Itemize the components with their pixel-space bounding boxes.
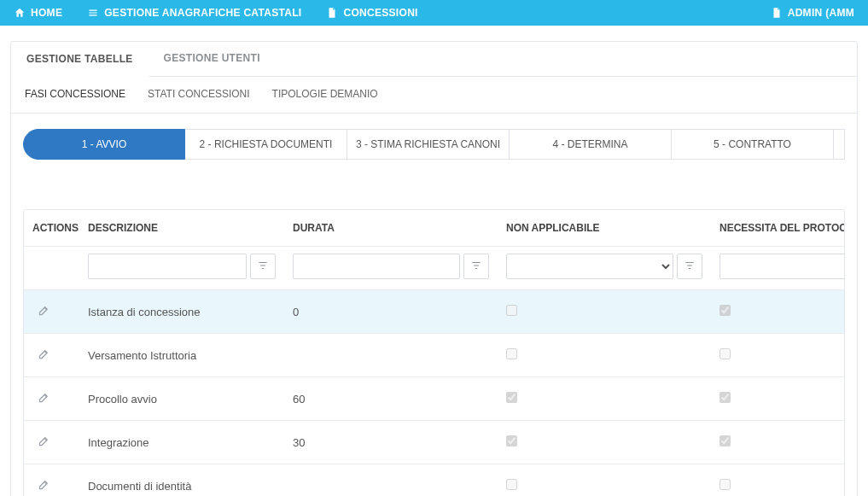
tab-label: GESTIONE UTENTI — [164, 52, 260, 64]
col-descrizione[interactable]: DESCRIZIONE — [79, 210, 284, 247]
phase-label: 1 - AVVIO — [82, 138, 126, 150]
cell-protocollo-checkbox — [719, 479, 731, 490]
cell-durata: 0 — [293, 306, 299, 318]
topbar: HOME GESTIONE ANAGRAFICHE CATASTALI CONC… — [0, 0, 868, 26]
table-row: Documenti di identità — [24, 464, 845, 497]
subtab-label: FASI CONCESSIONE — [25, 88, 125, 100]
phase-label: 2 - RICHIESTA DOCUMENTI — [200, 138, 333, 150]
edit-button[interactable] — [32, 431, 55, 453]
filter-non-applicabile-select[interactable] — [506, 254, 673, 279]
tab-gestione-utenti[interactable]: GESTIONE UTENTI — [149, 42, 276, 76]
pencil-icon — [38, 304, 50, 319]
cell-descrizione: Versamento Istruttoria — [88, 349, 196, 362]
nav-home[interactable]: HOME — [5, 0, 71, 26]
phase-tabs: 1 - AVVIO 2 - RICHIESTA DOCUMENTI 3 - ST… — [23, 129, 845, 160]
cell-protocollo-checkbox — [719, 435, 731, 446]
primary-tabs: GESTIONE TABELLE GESTIONE UTENTI — [11, 42, 857, 77]
phase-3-stima-richiesta-canoni[interactable]: 3 - STIMA RICHIESTA CANONI — [347, 129, 510, 160]
table-row: Procollo avvio60 — [24, 377, 845, 421]
col-actions[interactable]: ACTIONS — [24, 210, 79, 247]
secondary-tabs: FASI CONCESSIONE STATI CONCESSIONI TIPOL… — [11, 77, 857, 114]
table-row: Versamento Istruttoria — [24, 334, 845, 377]
grid: ACTIONS DESCRIZIONE DURATA NON APPLICABI… — [23, 209, 845, 496]
filter-descrizione-input[interactable] — [88, 254, 247, 279]
phase-label: 3 - STIMA RICHIESTA CANONI — [356, 138, 500, 150]
table-row: Istanza di concessione0 — [24, 290, 845, 334]
phase-1-avvio[interactable]: 1 - AVVIO — [23, 129, 185, 160]
nav-concessioni[interactable]: CONCESSIONI — [317, 0, 426, 26]
subtab-label: STATI CONCESSIONI — [148, 88, 250, 100]
edit-button[interactable] — [32, 475, 55, 496]
filter-non-applicabile-menu[interactable] — [677, 254, 702, 279]
pencil-icon — [38, 478, 50, 493]
cell-durata: 30 — [293, 436, 305, 449]
tab-gestione-tabelle[interactable]: GESTIONE TABELLE — [11, 43, 149, 77]
cell-protocollo-checkbox — [719, 348, 731, 359]
phase-more[interactable] — [834, 129, 845, 160]
subtab-tipologie-demanio[interactable]: TIPOLOGIE DEMANIO — [271, 83, 380, 107]
filter-icon — [257, 260, 269, 274]
document-icon — [771, 7, 783, 19]
table-row: Integrazione30 — [24, 421, 845, 464]
filter-protocollo-input[interactable] — [719, 254, 845, 279]
col-protocollo[interactable]: NECESSITA DEL PROTOCOLLO — [711, 210, 845, 247]
pencil-icon — [38, 347, 50, 363]
phase-2-richiesta-documenti[interactable]: 2 - RICHIESTA DOCUMENTI — [185, 129, 347, 160]
document-icon — [326, 7, 338, 19]
phase-5-contratto[interactable]: 5 - CONTRATTO — [672, 129, 834, 160]
nav-anagrafiche-label: GESTIONE ANAGRAFICHE CATASTALI — [104, 7, 301, 19]
cell-non-applicabile-checkbox — [506, 392, 517, 403]
phase-label: 5 - CONTRATTO — [714, 138, 791, 150]
cell-non-applicabile-checkbox — [506, 305, 517, 316]
nav-user[interactable]: ADMIN (AMM — [762, 0, 863, 26]
cell-non-applicabile-checkbox — [506, 348, 517, 359]
header-row: ACTIONS DESCRIZIONE DURATA NON APPLICABI… — [24, 210, 845, 247]
tab-label: GESTIONE TABELLE — [26, 53, 133, 65]
edit-button[interactable] — [32, 344, 55, 366]
subtab-label: TIPOLOGIE DEMANIO — [272, 88, 378, 100]
phase-label: 4 - DETERMINA — [552, 138, 627, 150]
filter-durata-menu[interactable] — [463, 254, 489, 279]
cell-descrizione: Istanza di concessione — [88, 306, 201, 318]
cell-durata: 60 — [293, 393, 305, 406]
filter-icon — [470, 260, 482, 274]
subtab-stati-concessioni[interactable]: STATI CONCESSIONI — [146, 83, 252, 107]
subtab-fasi-concessione[interactable]: FASI CONCESSIONE — [23, 83, 127, 107]
cell-descrizione: Documenti di identità — [88, 480, 191, 493]
cell-descrizione: Integrazione — [88, 436, 149, 449]
home-icon — [14, 7, 26, 19]
nav-home-label: HOME — [31, 7, 62, 19]
edit-button[interactable] — [32, 388, 55, 410]
edit-button[interactable] — [32, 301, 55, 323]
cell-protocollo-checkbox — [719, 392, 731, 403]
cell-protocollo-checkbox — [719, 305, 731, 316]
nav-concessioni-label: CONCESSIONI — [343, 7, 417, 19]
col-non-applicabile[interactable]: NON APPLICABILE — [498, 210, 711, 247]
phase-4-determina[interactable]: 4 - DETERMINA — [510, 129, 672, 160]
cell-non-applicabile-checkbox — [506, 479, 517, 490]
pencil-icon — [38, 391, 50, 406]
col-durata[interactable]: DURATA — [284, 210, 498, 247]
filter-row — [24, 247, 845, 290]
list-icon — [87, 7, 99, 19]
filter-descrizione-menu[interactable] — [250, 254, 276, 279]
filter-durata-input[interactable] — [293, 254, 460, 279]
pencil-icon — [38, 435, 50, 450]
nav-anagrafiche[interactable]: GESTIONE ANAGRAFICHE CATASTALI — [79, 0, 310, 26]
nav-user-label: ADMIN (AMM — [788, 7, 854, 19]
cell-descrizione: Procollo avvio — [88, 393, 157, 406]
cell-non-applicabile-checkbox — [506, 435, 517, 446]
main-card: GESTIONE TABELLE GESTIONE UTENTI FASI CO… — [10, 41, 858, 496]
filter-icon — [684, 260, 696, 274]
